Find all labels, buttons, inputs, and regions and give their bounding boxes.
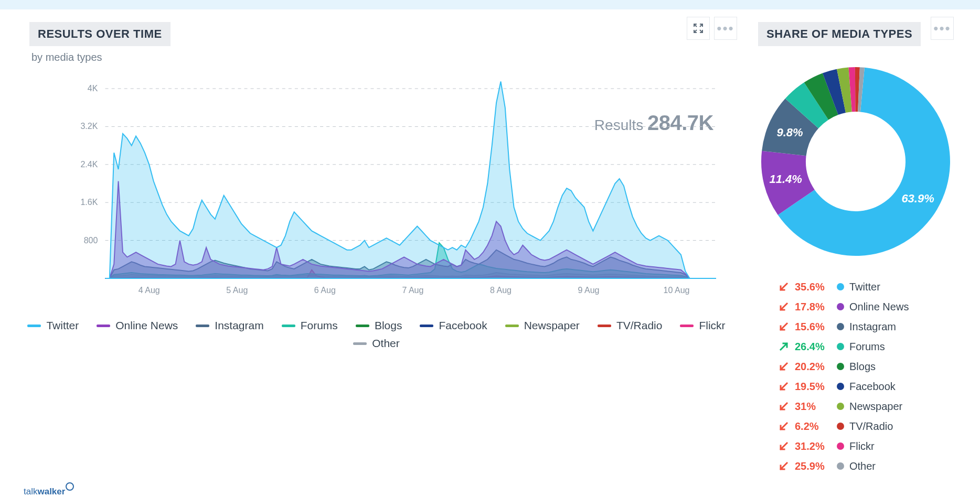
arrow-down-icon — [779, 382, 789, 391]
legend-label: Online News — [115, 319, 178, 332]
svg-text:3.2K: 3.2K — [80, 122, 98, 131]
trend-label: Online News — [849, 297, 909, 317]
legend-item-newspaper[interactable]: Newspaper — [505, 319, 580, 332]
legend-label: Instagram — [215, 319, 263, 332]
legend-dot — [837, 363, 844, 370]
legend-swatch — [282, 325, 295, 327]
legend-item-blogs[interactable]: Blogs — [356, 319, 402, 332]
legend-label: Blogs — [375, 319, 402, 332]
trend-row-facebook[interactable]: 19.5%Facebook — [779, 376, 959, 396]
trend-pct: 6.2% — [795, 416, 832, 436]
trend-pct: 26.4% — [795, 337, 832, 356]
svg-text:2.4K: 2.4K — [80, 159, 98, 169]
legend-swatch — [356, 325, 369, 327]
trend-label: Blogs — [849, 356, 876, 376]
brand-logo: talkwalker — [24, 482, 74, 497]
arrow-down-icon — [779, 302, 789, 311]
legend-item-other[interactable]: Other — [353, 337, 400, 350]
top-bar — [0, 0, 980, 9]
legend-item-twitter[interactable]: Twitter — [27, 319, 79, 332]
trend-label: Newspaper — [849, 396, 902, 416]
legend-label: Twitter — [46, 319, 79, 332]
legend-label: TV/Radio — [616, 319, 663, 332]
trend-pct: 35.6% — [795, 277, 832, 297]
trend-row-onlinenews[interactable]: 17.8%Online News — [779, 297, 959, 317]
svg-text:1.6K: 1.6K — [80, 197, 98, 207]
trend-label: Twitter — [849, 277, 880, 297]
trend-row-forums[interactable]: 26.4%Forums — [779, 337, 959, 356]
svg-text:8 Aug: 8 Aug — [490, 285, 512, 295]
trend-row-newspaper[interactable]: 31%Newspaper — [779, 396, 959, 416]
trend-row-twitter[interactable]: 35.6%Twitter — [779, 277, 959, 297]
share-of-media-panel: ••• SHARE OF MEDIA TYPES 63.9%11.4%9.8% … — [752, 12, 959, 497]
legend-dot — [837, 383, 844, 390]
trend-list: 35.6%Twitter17.8%Online News15.6%Instagr… — [779, 277, 959, 476]
legend-swatch — [598, 325, 611, 327]
legend-dot — [837, 423, 844, 430]
trend-pct: 25.9% — [795, 456, 832, 476]
arrow-down-icon — [779, 441, 789, 451]
svg-text:11.4%: 11.4% — [769, 172, 802, 186]
legend-swatch — [680, 325, 694, 327]
svg-text:63.9%: 63.9% — [901, 192, 934, 205]
legend-dot — [837, 323, 844, 330]
area-chart[interactable]: 8001.6K2.4K3.2K4K4 Aug5 Aug6 Aug7 Aug8 A… — [37, 74, 721, 310]
legend-label: Other — [372, 337, 400, 350]
trend-row-instagram[interactable]: 15.6%Instagram — [779, 317, 959, 337]
more-button[interactable]: ••• — [714, 17, 737, 40]
legend-swatch — [505, 325, 519, 327]
arrow-down-icon — [779, 322, 789, 331]
legend-swatch — [353, 342, 367, 345]
panel-subtitle: by media types — [31, 51, 742, 63]
svg-text:10 Aug: 10 Aug — [664, 285, 690, 295]
trend-row-blogs[interactable]: 20.2%Blogs — [779, 356, 959, 376]
legend-item-instagram[interactable]: Instagram — [196, 319, 263, 332]
legend-dot — [837, 442, 844, 450]
trend-row-other[interactable]: 25.9%Other — [779, 456, 959, 476]
arrow-up-icon — [779, 342, 789, 351]
results-over-time-panel: ••• RESULTS OVER TIME by media types Res… — [10, 12, 742, 497]
more-button[interactable]: ••• — [931, 17, 954, 40]
legend-item-tvradio[interactable]: TV/Radio — [598, 319, 663, 332]
legend-label: Flickr — [699, 319, 725, 332]
legend-dot — [837, 403, 844, 410]
trend-label: Other — [849, 456, 876, 476]
trend-label: TV/Radio — [849, 416, 893, 436]
trend-pct: 15.6% — [795, 317, 832, 337]
panel-title: RESULTS OVER TIME — [29, 22, 171, 46]
svg-text:6 Aug: 6 Aug — [314, 285, 336, 295]
legend-item-forums[interactable]: Forums — [282, 319, 338, 332]
trend-pct: 31.2% — [795, 436, 832, 456]
svg-text:800: 800 — [84, 235, 98, 245]
area-legend: TwitterOnline NewsInstagramForumsBlogsFa… — [26, 319, 727, 350]
legend-label: Forums — [301, 319, 338, 332]
arrow-down-icon — [779, 422, 789, 431]
legend-dot — [837, 343, 844, 350]
legend-item-facebook[interactable]: Facebook — [420, 319, 487, 332]
legend-swatch — [97, 325, 110, 327]
expand-button[interactable] — [687, 17, 710, 40]
expand-icon — [694, 24, 703, 33]
arrow-down-icon — [779, 362, 789, 371]
trend-row-tvradio[interactable]: 6.2%TV/Radio — [779, 416, 959, 436]
trend-pct: 20.2% — [795, 356, 832, 376]
trend-label: Facebook — [849, 376, 896, 396]
legend-dot — [837, 462, 844, 470]
panel-title: SHARE OF MEDIA TYPES — [758, 22, 921, 46]
donut-chart[interactable]: 63.9%11.4%9.8% — [756, 57, 955, 266]
arrow-down-icon — [779, 282, 789, 291]
arrow-down-icon — [779, 461, 789, 471]
svg-text:4 Aug: 4 Aug — [139, 285, 160, 295]
svg-text:9.8%: 9.8% — [776, 126, 803, 139]
legend-swatch — [420, 325, 433, 327]
legend-item-flickr[interactable]: Flickr — [680, 319, 725, 332]
legend-label: Facebook — [439, 319, 487, 332]
trend-label: Forums — [849, 337, 885, 356]
legend-swatch — [196, 325, 209, 327]
svg-text:9 Aug: 9 Aug — [578, 285, 599, 295]
trend-pct: 31% — [795, 396, 832, 416]
legend-item-onlinenews[interactable]: Online News — [97, 319, 178, 332]
trend-row-flickr[interactable]: 31.2%Flickr — [779, 436, 959, 456]
trend-pct: 19.5% — [795, 376, 832, 396]
legend-dot — [837, 303, 844, 310]
